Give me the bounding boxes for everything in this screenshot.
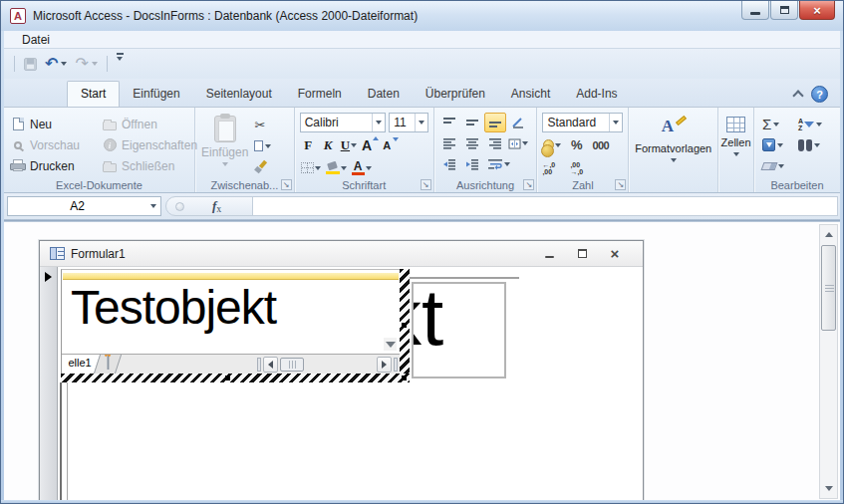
tab-daten[interactable]: Daten (355, 82, 413, 107)
wrap-text-button[interactable] (484, 154, 514, 174)
font-family-combo[interactable]: Calibri (300, 113, 387, 132)
redo-button[interactable]: ↷ (73, 53, 99, 75)
form-restore-button[interactable] (572, 249, 592, 258)
formula-input[interactable] (252, 196, 838, 216)
close-button[interactable]: × (799, 1, 835, 20)
hscroll-left-button[interactable] (263, 357, 278, 373)
hscroll-thumb[interactable] (280, 358, 304, 372)
fill-button[interactable] (762, 138, 798, 151)
neu-button[interactable]: Neu (10, 117, 102, 132)
merge-dropdown-icon[interactable] (522, 141, 528, 145)
formatvorlagen-button[interactable]: A Formatvorlagen (631, 111, 715, 176)
ole-handle[interactable] (225, 376, 230, 380)
font-family-dropdown-icon[interactable] (372, 114, 385, 131)
fill-dropdown-icon[interactable] (777, 143, 783, 147)
underline-dropdown-icon[interactable] (351, 143, 357, 147)
name-box[interactable]: A2 (7, 196, 161, 216)
embedded-excel-object[interactable]: Testobjekt elle1 (61, 269, 400, 374)
font-color-dropdown-icon[interactable] (366, 166, 372, 170)
borders-button[interactable] (300, 158, 322, 177)
decrease-indent-button[interactable] (438, 154, 460, 174)
decrease-decimal-button[interactable]: ,00→,0 (570, 159, 594, 177)
copy-button[interactable] (252, 137, 273, 154)
zellen-button[interactable]: Zellen (720, 111, 751, 176)
orientation-button[interactable] (507, 113, 529, 132)
font-color-button[interactable]: A (351, 158, 373, 177)
align-left-button[interactable] (438, 133, 460, 153)
borders-dropdown-icon[interactable] (315, 166, 321, 170)
eigenschaften-button[interactable]: iEigenschaften (102, 137, 197, 153)
clear-dropdown-icon[interactable] (778, 164, 784, 168)
vertical-scrollbar[interactable] (819, 224, 838, 499)
zahl-dialog-launcher[interactable]: ↘ (615, 179, 626, 190)
italic-button[interactable]: K (320, 135, 337, 154)
scrollbar-thumb[interactable] (821, 245, 836, 331)
increase-font-button[interactable]: A (361, 135, 378, 154)
restore-button[interactable] (770, 1, 798, 20)
align-right-button[interactable] (484, 133, 506, 153)
zwischenablage-dialog-launcher[interactable]: ↘ (281, 179, 292, 190)
format-painter-button[interactable] (252, 158, 273, 175)
minimize-button[interactable] (741, 1, 769, 20)
tab-addins[interactable]: Add-Ins (563, 82, 630, 107)
accounting-dropdown-icon[interactable] (555, 143, 561, 147)
sort-filter-button[interactable]: AZ (798, 118, 838, 131)
decrease-font-button[interactable]: A (381, 135, 398, 154)
increase-indent-button[interactable] (461, 154, 483, 174)
clear-button[interactable] (762, 162, 798, 170)
name-box-dropdown-icon[interactable] (146, 197, 160, 215)
fill-color-button[interactable] (325, 158, 348, 177)
sheet-scroll-down-button[interactable] (384, 338, 397, 351)
percent-style-button[interactable]: % (568, 135, 585, 154)
drucken-button[interactable]: Drucken (10, 158, 102, 174)
oeffnen-button[interactable]: Öffnen (102, 117, 197, 132)
increase-decimal-button[interactable]: ←,0,00 (542, 159, 566, 177)
title-bar[interactable]: A Microsoft Access - DocsInForms : Daten… (1, 1, 843, 31)
tab-einfuegen[interactable]: Einfügen (120, 82, 192, 107)
record-selector-column[interactable] (40, 267, 58, 502)
form-minimize-button[interactable] (539, 250, 559, 258)
schliessen-button[interactable]: Schließen (102, 158, 197, 174)
insert-worksheet-tab[interactable] (94, 355, 122, 374)
underline-button[interactable]: U (340, 135, 358, 154)
hscroll-splitter-handle[interactable] (394, 358, 398, 372)
scroll-up-button[interactable] (821, 227, 836, 242)
autosum-button[interactable]: Σ (762, 117, 798, 131)
tab-start[interactable]: Start (67, 81, 120, 108)
number-format-dropdown-icon[interactable] (609, 114, 622, 131)
align-center-button[interactable] (461, 133, 483, 153)
align-middle-button[interactable] (461, 113, 483, 132)
cut-button[interactable]: ✂ (252, 117, 273, 133)
find-select-button[interactable] (798, 139, 838, 151)
schriftart-dialog-launcher[interactable]: ↘ (421, 179, 431, 190)
vorschau-button[interactable]: Vorschau (10, 137, 102, 153)
hscroll-right-button[interactable] (377, 357, 392, 373)
tab-ansicht[interactable]: Ansicht (498, 82, 563, 107)
ole-handle[interactable] (402, 323, 407, 328)
ole-handle[interactable] (402, 376, 407, 380)
find-dropdown-icon[interactable] (814, 143, 820, 147)
tab-ueberpruefen[interactable]: Überprüfen (413, 82, 498, 107)
tab-splitter-handle[interactable] (257, 358, 261, 372)
accounting-format-button[interactable] (542, 135, 562, 154)
comma-style-button[interactable]: 000 (591, 135, 610, 154)
collapse-ribbon-icon[interactable] (792, 90, 803, 101)
bold-button[interactable]: F (300, 135, 317, 154)
sheet-top-row-highlight[interactable] (63, 272, 399, 280)
undo-dropdown-icon[interactable] (61, 62, 67, 66)
qat-customize-button[interactable] (115, 53, 126, 75)
form-close-button[interactable]: × (605, 245, 625, 262)
align-top-button[interactable] (438, 113, 460, 132)
fill-color-dropdown-icon[interactable] (341, 166, 347, 170)
form-title-bar[interactable]: Formular1 × (40, 241, 643, 267)
tab-seitenlayout[interactable]: Seitenlayout (193, 82, 285, 107)
wrap-text-dropdown-icon[interactable] (504, 162, 510, 166)
font-size-dropdown-icon[interactable] (415, 114, 427, 131)
align-bottom-button[interactable] (484, 113, 506, 132)
insert-function-button[interactable]: fx (212, 198, 221, 214)
scroll-down-button[interactable] (821, 481, 836, 496)
merge-center-button[interactable] (507, 133, 529, 153)
copy-dropdown-icon[interactable] (265, 144, 271, 148)
undo-button[interactable]: ↶ (43, 53, 69, 75)
ausrichtung-dialog-launcher[interactable]: ↘ (523, 179, 534, 190)
